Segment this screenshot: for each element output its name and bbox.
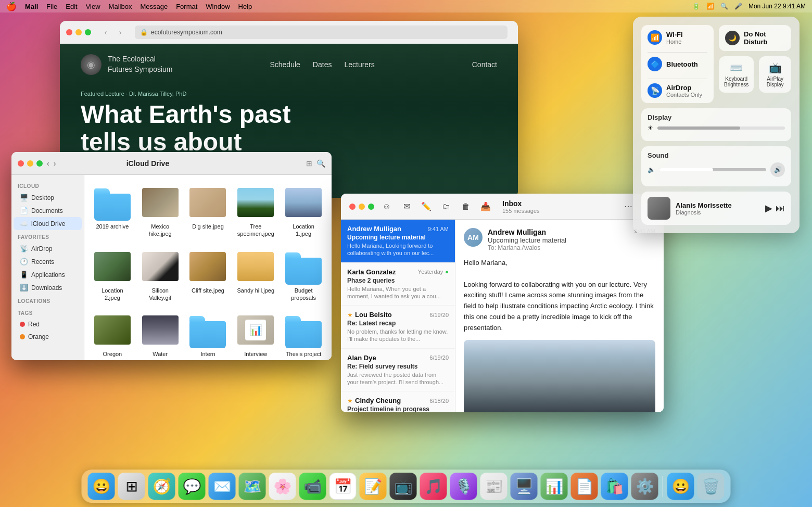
browser-minimize-button[interactable] (75, 29, 82, 35)
menubar-siri-icon[interactable]: 🎤 (734, 3, 742, 10)
cc-bluetooth-row[interactable]: 🔷 Bluetooth (648, 57, 707, 71)
mail-smiley-button[interactable]: ☺ (379, 199, 394, 214)
file-item-budget-proposals[interactable]: Budget proposals (282, 245, 325, 305)
finder-search-icon[interactable]: 🔍 (316, 159, 325, 168)
file-item-2019-archive[interactable]: 2019 archive (91, 181, 134, 241)
sidebar-item-tag-red[interactable]: Red (14, 318, 82, 331)
finder-maximize-button[interactable] (36, 160, 43, 167)
dock-numbers[interactable]: 📊 (541, 473, 568, 500)
file-item-intern[interactable]: Intern (186, 309, 230, 360)
sidebar-item-desktop[interactable]: 🖥️ Desktop (14, 191, 82, 204)
cc-airdrop-row[interactable]: 📡 AirDrop Contacts Only (648, 83, 707, 98)
menubar-view[interactable]: View (86, 3, 100, 10)
menubar-edit[interactable]: Edit (66, 3, 77, 10)
finder-forward-button[interactable]: › (54, 159, 56, 168)
finder-view-options-icon[interactable]: ⊞ (306, 159, 312, 168)
file-item-dig-site[interactable]: Dig site.jpeg (186, 181, 230, 241)
cc-airplay-display-card[interactable]: 📺 AirPlay Display (759, 56, 791, 93)
menubar-file[interactable]: File (46, 3, 57, 10)
dock-finder-2[interactable]: 😀 (667, 473, 694, 500)
dock-appletv[interactable]: 📺 (390, 473, 417, 500)
dock-trash[interactable]: 🗑️ (697, 473, 725, 500)
finder-minimize-button[interactable] (27, 160, 33, 167)
mail-item-alan-dye[interactable]: Alan Dye 6/19/20 Re: Field survey result… (341, 349, 455, 392)
dock-keynote[interactable]: 🖥️ (511, 473, 538, 500)
finder-close-button[interactable] (18, 160, 24, 167)
cc-keyboard-brightness-card[interactable]: ⌨️ Keyboard Brightness (719, 56, 754, 93)
file-item-oregon[interactable]: Oregon (91, 309, 134, 360)
browser-maximize-button[interactable] (85, 29, 91, 35)
browser-forward-button[interactable]: › (114, 26, 126, 39)
mail-close-button[interactable] (349, 204, 356, 210)
sidebar-item-tag-orange[interactable]: Orange (14, 331, 82, 343)
dock-messages[interactable]: 💬 (179, 473, 206, 500)
menubar-help[interactable]: Help (238, 3, 252, 10)
dock-mail[interactable]: ✉️ (209, 473, 236, 500)
mail-edit-button[interactable]: ✏️ (419, 199, 434, 214)
dock-podcasts[interactable]: 🎙️ (450, 473, 477, 500)
cc-wifi-row[interactable]: 📶 Wi-Fi Home (648, 30, 707, 45)
menubar-window[interactable]: Window (206, 3, 230, 10)
cc-sound-slider[interactable] (659, 168, 766, 171)
file-item-cliff-site[interactable]: Cliff site.jpeg (186, 245, 230, 305)
dock-news[interactable]: 📰 (480, 473, 508, 500)
file-item-mexico-hike[interactable]: Mexico hike.jpeg (138, 181, 182, 241)
play-pause-button[interactable]: ▶ (765, 202, 772, 214)
site-nav-schedule[interactable]: Schedule (270, 60, 300, 69)
site-nav-contact[interactable]: Contact (472, 60, 497, 69)
skip-forward-button[interactable]: ⏭ (776, 203, 785, 214)
browser-back-button[interactable]: ‹ (99, 26, 112, 39)
sidebar-item-applications[interactable]: 📱 Applications (14, 268, 82, 281)
site-nav-lecturers[interactable]: Lecturers (344, 60, 374, 69)
mail-delete-button[interactable]: 🗑 (459, 199, 473, 214)
dock-launchpad[interactable]: ⊞ (118, 473, 145, 500)
dock-appstore[interactable]: 🛍️ (601, 473, 628, 500)
browser-close-button[interactable] (66, 29, 72, 35)
mail-item-cindy-cheung[interactable]: ★ Cindy Cheung 6/18/20 Project timeline … (341, 391, 455, 412)
dock-sysprefs[interactable]: ⚙️ (631, 473, 658, 500)
sidebar-item-icloud-drive[interactable]: ☁️ iCloud Drive (14, 217, 82, 230)
dock-calendar[interactable]: 📅 (329, 473, 357, 500)
dock-pages[interactable]: 📄 (571, 473, 598, 500)
dock-photos[interactable]: 🌸 (269, 473, 296, 500)
menubar-wifi-icon[interactable]: 📶 (706, 3, 714, 10)
mail-archive-button[interactable]: 🗂 (439, 199, 453, 214)
file-item-location-2[interactable]: Location 2.jpeg (91, 245, 134, 305)
sidebar-item-documents[interactable]: 📄 Documents (14, 204, 82, 217)
dock-safari[interactable]: 🧭 (148, 473, 175, 500)
file-item-location-1[interactable]: Location 1.jpeg (282, 181, 325, 241)
mail-item-andrew-mulligan[interactable]: Andrew Mulligan 9:41 AM Upcoming lecture… (341, 220, 455, 263)
sidebar-item-downloads[interactable]: ⬇️ Downloads (14, 281, 82, 294)
mail-compose-button[interactable]: ✉ (399, 199, 414, 214)
menubar-format[interactable]: Format (176, 3, 197, 10)
browser-url-bar[interactable]: 🔒 ecofuturesymposium.com (135, 26, 508, 39)
mail-item-lou-belsito[interactable]: ★ Lou Belsito 6/19/20 Re: Latest recap N… (341, 306, 455, 349)
sidebar-item-airdrop[interactable]: 📡 AirDrop (14, 242, 82, 255)
site-nav-dates[interactable]: Dates (313, 60, 332, 69)
finder-back-button[interactable]: ‹ (47, 159, 49, 168)
cc-display-slider[interactable] (657, 126, 785, 130)
dock-music[interactable]: 🎵 (420, 473, 447, 500)
dock-notes[interactable]: 📝 (360, 473, 387, 500)
file-item-interview[interactable]: 📊 Interview (234, 309, 277, 360)
mail-item-karla-gonzalez[interactable]: Karla Gonzalez Yesterday ● Phase 2 queri… (341, 263, 455, 306)
file-item-tree-specimen[interactable]: Tree specimen.jpeg (234, 181, 277, 241)
mail-move-button[interactable]: 📥 (478, 199, 493, 214)
dock-finder[interactable]: 😀 (88, 473, 115, 500)
file-item-water[interactable]: Water (138, 309, 182, 360)
menubar-app-name[interactable]: Mail (25, 3, 38, 10)
file-item-silicon-valley[interactable]: Silicon Valley.gif (138, 245, 182, 305)
cc-sound-button[interactable]: 🔊 (770, 162, 785, 177)
dock-maps[interactable]: 🗺️ (239, 473, 266, 500)
sidebar-item-recents[interactable]: 🕐 Recents (14, 255, 82, 268)
file-item-thesis-project[interactable]: Thesis project (282, 309, 325, 360)
dock-facetime[interactable]: 📹 (299, 473, 326, 500)
mail-maximize-button[interactable] (368, 204, 374, 210)
mail-minimize-button[interactable] (359, 204, 365, 210)
menubar-message[interactable]: Message (140, 3, 168, 10)
menubar-search-icon[interactable]: 🔍 (720, 3, 728, 10)
apple-menu[interactable]: 🍎 (6, 2, 17, 11)
file-item-sandy-hill[interactable]: Sandy hill.jpeg (234, 245, 277, 305)
menubar-mailbox[interactable]: Mailbox (109, 3, 132, 10)
cc-dnd-card[interactable]: 🌙 Do NotDisturb (719, 25, 791, 51)
